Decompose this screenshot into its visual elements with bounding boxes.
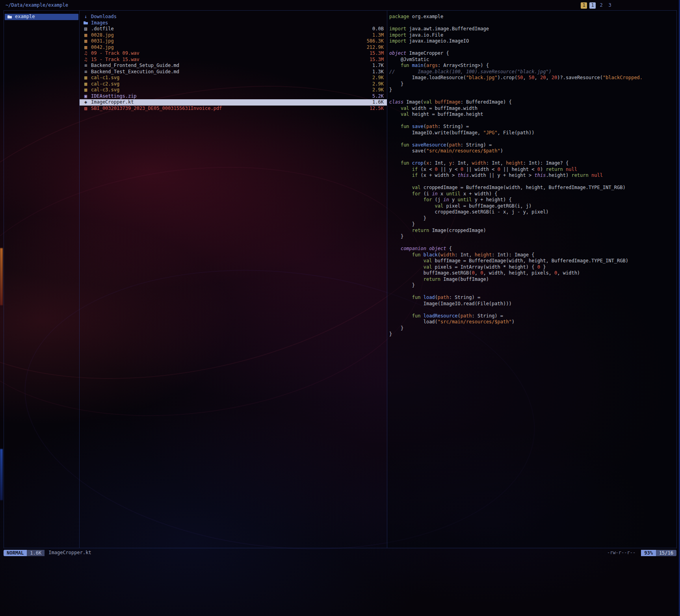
code-token	[389, 228, 412, 233]
code-token: fun	[401, 63, 409, 68]
code-token: : String) =	[449, 295, 480, 300]
code-line: }	[389, 331, 675, 338]
code-line: }	[389, 87, 675, 93]
file-row[interactable]: SBI_0032013739_2023_DE05_0003155631Invoi…	[80, 106, 387, 112]
tab-1[interactable]: 1	[581, 2, 587, 9]
code-token: , width)	[557, 270, 580, 276]
status-filename: ImageCropper.kt	[48, 550, 91, 556]
code-token: org.example	[409, 14, 444, 19]
code-token: null	[566, 167, 577, 172]
code-token: load(	[389, 319, 438, 325]
code-token: height	[506, 160, 523, 166]
code-token	[409, 160, 412, 166]
code-token: ).crop(	[498, 75, 518, 80]
code-token: ,	[546, 75, 551, 80]
file-row[interactable]: Images	[80, 20, 387, 26]
tab-1[interactable]: 1	[589, 2, 596, 9]
code-token	[409, 124, 412, 129]
file-size: 212.9K	[367, 45, 384, 51]
code-token: if	[412, 167, 418, 172]
parent-dir-label: example	[15, 14, 35, 20]
code-token: import	[389, 38, 406, 44]
code-token: "JPG"	[483, 130, 497, 135]
code-token: args	[426, 63, 438, 68]
code-token: "blackCropped.	[603, 75, 643, 80]
code-line: }	[389, 325, 675, 332]
code-token: : BufferedImage) {	[461, 99, 512, 105]
file-row[interactable]: 15 - Track 15.wav15.3M	[80, 57, 387, 63]
file-row[interactable]: 09 - Track 09.wav15.3M	[80, 50, 387, 57]
code-token	[389, 252, 412, 258]
file-row[interactable]: 0028.jpg1.3M	[80, 32, 387, 39]
file-size: 12.5K	[370, 106, 384, 112]
file-row[interactable]: ImageCropper.kt1.6K	[80, 99, 387, 106]
code-token: y	[449, 197, 458, 202]
parent-dir-item[interactable]: example	[5, 14, 78, 20]
file-size-badge: 1.6K	[27, 550, 45, 556]
file-name: 15 - Track 15.wav	[91, 57, 139, 63]
code-token	[389, 63, 401, 68]
file-row[interactable]: cal-c3.svg2.9K	[80, 87, 387, 93]
wallpaper-accent-orange	[0, 248, 3, 305]
file-row[interactable]: cal-c2.svg2.9K	[80, 81, 387, 87]
file-row[interactable]: 0042.jpg212.9K	[80, 45, 387, 51]
code-token: ,	[535, 75, 540, 80]
code-token: 0	[537, 167, 540, 172]
code-token	[420, 295, 423, 300]
code-token: .height)	[546, 173, 571, 178]
code-token: (	[446, 142, 449, 148]
image-icon	[83, 38, 89, 45]
code-token: import	[389, 32, 406, 38]
code-token: Image(	[403, 99, 424, 105]
code-token: java.io.File	[406, 32, 443, 38]
file-row[interactable]: Backend_Test_Execution_Guide.md1.3K	[80, 69, 387, 75]
file-row[interactable]: IDEAsettings.zip5.2K	[80, 93, 387, 100]
code-token	[389, 276, 424, 282]
code-token	[389, 106, 401, 111]
code-token	[389, 185, 412, 190]
code-token: (i	[420, 191, 432, 197]
file-name: Backend_Frontend_Setup_Guide.md	[91, 63, 179, 69]
code-token: 0	[472, 270, 475, 276]
code-token: {	[446, 246, 452, 251]
file-size: 5.2K	[372, 93, 384, 100]
code-token: buffImage	[435, 99, 461, 105]
code-line: ImageIO.write(buffImage, "JPG", File(pat…	[389, 130, 675, 136]
code-token: val	[401, 106, 409, 111]
code-token: val	[424, 99, 432, 105]
code-line: package org.example	[389, 14, 675, 20]
tab-bar: 1123	[581, 2, 613, 9]
code-line	[389, 240, 675, 246]
code-line: buffImage.setRGB(0, 0, width, height, pi…	[389, 270, 675, 276]
tab-2[interactable]: 2	[598, 2, 604, 9]
code-token	[389, 295, 412, 300]
code-line: }	[389, 81, 675, 87]
code-token: path	[461, 313, 472, 319]
code-token: fun	[412, 295, 421, 300]
code-token	[420, 313, 423, 319]
code-token: ,	[475, 270, 480, 276]
file-row[interactable]: .dotfile0.0B	[80, 26, 387, 32]
file-row[interactable]: 0031.jpg586.3K	[80, 38, 387, 45]
file-row[interactable]: cal-c1.svg2.9K	[80, 75, 387, 81]
file-row[interactable]: Downloads	[80, 14, 387, 20]
code-token: 20	[552, 75, 557, 80]
code-line: fun crop(x: Int, y: Int, width: Int, hei…	[389, 160, 675, 167]
file-row[interactable]: Backend_Frontend_Setup_Guide.md1.7K	[80, 63, 387, 69]
code-token	[409, 63, 412, 68]
code-token: )	[540, 167, 546, 172]
code-token: : Int): Image? {	[523, 160, 569, 166]
code-token: black	[424, 252, 438, 258]
code-token: }	[389, 87, 392, 93]
code-token: until	[457, 197, 472, 202]
tab-3[interactable]: 3	[607, 2, 613, 9]
code-line: fun black(width: Int, height: Int): Imag…	[389, 252, 675, 258]
pdf-icon	[83, 106, 89, 112]
code-token	[389, 167, 412, 172]
code-token: 50	[529, 75, 534, 80]
file-name: cal-c1.svg	[91, 75, 119, 81]
code-token: fun	[401, 160, 409, 166]
code-token: val	[412, 185, 421, 190]
code-token: : Int,	[486, 160, 506, 166]
code-token: croppedImage = BufferedImage(width, heig…	[420, 185, 625, 190]
